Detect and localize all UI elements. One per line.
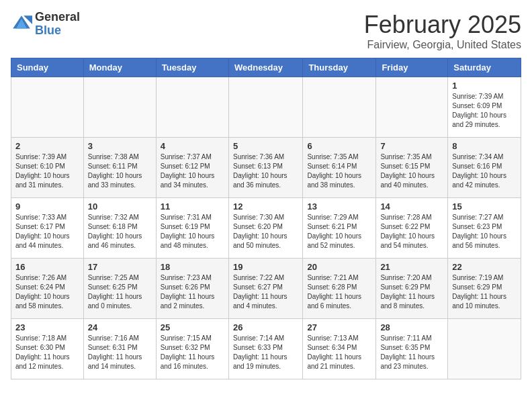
day-number: 5 bbox=[233, 141, 298, 151]
day-number: 27 bbox=[307, 322, 371, 332]
day-info: Sunrise: 7:26 AM Sunset: 6:24 PM Dayligh… bbox=[15, 273, 79, 311]
calendar-cell: 2Sunrise: 7:39 AM Sunset: 6:10 PM Daylig… bbox=[11, 138, 84, 198]
day-number: 28 bbox=[380, 322, 443, 332]
day-number: 18 bbox=[161, 262, 224, 272]
day-number: 2 bbox=[15, 141, 79, 151]
day-info: Sunrise: 7:18 AM Sunset: 6:30 PM Dayligh… bbox=[15, 334, 79, 371]
day-info: Sunrise: 7:30 AM Sunset: 6:20 PM Dayligh… bbox=[233, 213, 298, 250]
day-info: Sunrise: 7:29 AM Sunset: 6:21 PM Dayligh… bbox=[307, 213, 371, 250]
location: Fairview, Georgia, United States bbox=[364, 39, 521, 51]
day-number: 4 bbox=[161, 141, 224, 151]
day-number: 6 bbox=[307, 141, 371, 151]
day-info: Sunrise: 7:20 AM Sunset: 6:29 PM Dayligh… bbox=[380, 273, 443, 311]
weekday-header: Tuesday bbox=[156, 58, 228, 77]
logo-general: General bbox=[35, 11, 80, 24]
day-info: Sunrise: 7:33 AM Sunset: 6:17 PM Dayligh… bbox=[15, 213, 79, 250]
day-number: 22 bbox=[452, 262, 517, 272]
calendar-cell: 19Sunrise: 7:22 AM Sunset: 6:27 PM Dayli… bbox=[228, 259, 302, 319]
day-number: 17 bbox=[88, 262, 152, 272]
day-number: 13 bbox=[307, 201, 371, 212]
calendar-cell: 7Sunrise: 7:35 AM Sunset: 6:15 PM Daylig… bbox=[376, 138, 448, 198]
calendar-cell: 1Sunrise: 7:39 AM Sunset: 6:09 PM Daylig… bbox=[448, 77, 521, 138]
calendar-cell bbox=[448, 319, 521, 379]
calendar-cell: 3Sunrise: 7:38 AM Sunset: 6:11 PM Daylig… bbox=[83, 138, 156, 198]
day-info: Sunrise: 7:21 AM Sunset: 6:28 PM Dayligh… bbox=[307, 273, 371, 311]
calendar-cell: 12Sunrise: 7:30 AM Sunset: 6:20 PM Dayli… bbox=[228, 198, 302, 259]
day-info: Sunrise: 7:19 AM Sunset: 6:29 PM Dayligh… bbox=[452, 273, 517, 311]
day-info: Sunrise: 7:11 AM Sunset: 6:35 PM Dayligh… bbox=[380, 334, 443, 371]
day-info: Sunrise: 7:15 AM Sunset: 6:32 PM Dayligh… bbox=[161, 334, 224, 371]
calendar-cell: 26Sunrise: 7:14 AM Sunset: 6:33 PM Dayli… bbox=[228, 319, 302, 379]
calendar-cell: 21Sunrise: 7:20 AM Sunset: 6:29 PM Dayli… bbox=[376, 259, 448, 319]
calendar: SundayMondayTuesdayWednesdayThursdayFrid… bbox=[11, 58, 521, 379]
calendar-cell bbox=[83, 77, 156, 138]
calendar-cell: 14Sunrise: 7:28 AM Sunset: 6:22 PM Dayli… bbox=[376, 198, 448, 259]
day-info: Sunrise: 7:39 AM Sunset: 6:10 PM Dayligh… bbox=[15, 152, 79, 190]
day-number: 25 bbox=[161, 322, 224, 332]
day-info: Sunrise: 7:22 AM Sunset: 6:27 PM Dayligh… bbox=[233, 273, 298, 311]
calendar-cell bbox=[11, 77, 84, 138]
calendar-week-row: 9Sunrise: 7:33 AM Sunset: 6:17 PM Daylig… bbox=[11, 198, 521, 259]
weekday-header: Thursday bbox=[303, 58, 376, 77]
day-info: Sunrise: 7:32 AM Sunset: 6:18 PM Dayligh… bbox=[88, 213, 152, 250]
logo: General Blue bbox=[11, 11, 80, 38]
day-number: 16 bbox=[15, 262, 79, 272]
day-number: 12 bbox=[233, 201, 298, 212]
calendar-cell: 18Sunrise: 7:23 AM Sunset: 6:26 PM Dayli… bbox=[156, 259, 228, 319]
calendar-cell: 13Sunrise: 7:29 AM Sunset: 6:21 PM Dayli… bbox=[303, 198, 376, 259]
page-header: General Blue February 2025 Fairview, Geo… bbox=[11, 11, 521, 51]
title-block: February 2025 Fairview, Georgia, United … bbox=[364, 11, 521, 51]
calendar-cell: 9Sunrise: 7:33 AM Sunset: 6:17 PM Daylig… bbox=[11, 198, 84, 259]
calendar-cell: 10Sunrise: 7:32 AM Sunset: 6:18 PM Dayli… bbox=[83, 198, 156, 259]
calendar-cell: 20Sunrise: 7:21 AM Sunset: 6:28 PM Dayli… bbox=[303, 259, 376, 319]
calendar-cell: 22Sunrise: 7:19 AM Sunset: 6:29 PM Dayli… bbox=[448, 259, 521, 319]
day-info: Sunrise: 7:34 AM Sunset: 6:16 PM Dayligh… bbox=[452, 152, 517, 190]
day-number: 10 bbox=[88, 201, 152, 212]
day-info: Sunrise: 7:16 AM Sunset: 6:31 PM Dayligh… bbox=[88, 334, 152, 371]
day-info: Sunrise: 7:14 AM Sunset: 6:33 PM Dayligh… bbox=[233, 334, 298, 371]
calendar-cell bbox=[156, 77, 228, 138]
day-number: 24 bbox=[88, 322, 152, 332]
day-info: Sunrise: 7:23 AM Sunset: 6:26 PM Dayligh… bbox=[161, 273, 224, 311]
weekday-header: Monday bbox=[83, 58, 156, 77]
month-title: February 2025 bbox=[364, 11, 521, 39]
header-row: SundayMondayTuesdayWednesdayThursdayFrid… bbox=[11, 58, 521, 77]
day-number: 3 bbox=[88, 141, 152, 151]
logo-icon bbox=[11, 13, 32, 35]
logo-blue: Blue bbox=[35, 24, 80, 38]
calendar-cell bbox=[228, 77, 302, 138]
day-number: 7 bbox=[380, 141, 443, 151]
calendar-cell bbox=[376, 77, 448, 138]
day-info: Sunrise: 7:39 AM Sunset: 6:09 PM Dayligh… bbox=[452, 92, 517, 130]
logo-text: General Blue bbox=[35, 11, 80, 38]
calendar-cell: 4Sunrise: 7:37 AM Sunset: 6:12 PM Daylig… bbox=[156, 138, 228, 198]
calendar-cell: 17Sunrise: 7:25 AM Sunset: 6:25 PM Dayli… bbox=[83, 259, 156, 319]
day-number: 21 bbox=[380, 262, 443, 272]
day-info: Sunrise: 7:28 AM Sunset: 6:22 PM Dayligh… bbox=[380, 213, 443, 250]
weekday-header: Friday bbox=[376, 58, 448, 77]
day-info: Sunrise: 7:27 AM Sunset: 6:23 PM Dayligh… bbox=[452, 213, 517, 250]
calendar-week-row: 16Sunrise: 7:26 AM Sunset: 6:24 PM Dayli… bbox=[11, 259, 521, 319]
day-number: 19 bbox=[233, 262, 298, 272]
calendar-cell: 23Sunrise: 7:18 AM Sunset: 6:30 PM Dayli… bbox=[11, 319, 84, 379]
calendar-week-row: 23Sunrise: 7:18 AM Sunset: 6:30 PM Dayli… bbox=[11, 319, 521, 379]
calendar-cell: 8Sunrise: 7:34 AM Sunset: 6:16 PM Daylig… bbox=[448, 138, 521, 198]
calendar-cell: 28Sunrise: 7:11 AM Sunset: 6:35 PM Dayli… bbox=[376, 319, 448, 379]
day-info: Sunrise: 7:13 AM Sunset: 6:34 PM Dayligh… bbox=[307, 334, 371, 371]
weekday-header: Saturday bbox=[448, 58, 521, 77]
calendar-cell: 6Sunrise: 7:35 AM Sunset: 6:14 PM Daylig… bbox=[303, 138, 376, 198]
day-number: 20 bbox=[307, 262, 371, 272]
calendar-cell: 27Sunrise: 7:13 AM Sunset: 6:34 PM Dayli… bbox=[303, 319, 376, 379]
day-number: 23 bbox=[15, 322, 79, 332]
day-number: 9 bbox=[15, 201, 79, 212]
day-number: 15 bbox=[452, 201, 517, 212]
calendar-cell: 5Sunrise: 7:36 AM Sunset: 6:13 PM Daylig… bbox=[228, 138, 302, 198]
day-number: 14 bbox=[380, 201, 443, 212]
day-info: Sunrise: 7:37 AM Sunset: 6:12 PM Dayligh… bbox=[161, 152, 224, 190]
calendar-cell: 15Sunrise: 7:27 AM Sunset: 6:23 PM Dayli… bbox=[448, 198, 521, 259]
calendar-cell bbox=[303, 77, 376, 138]
day-number: 8 bbox=[452, 141, 517, 151]
weekday-header: Wednesday bbox=[228, 58, 302, 77]
day-info: Sunrise: 7:25 AM Sunset: 6:25 PM Dayligh… bbox=[88, 273, 152, 311]
weekday-header: Sunday bbox=[11, 58, 84, 77]
